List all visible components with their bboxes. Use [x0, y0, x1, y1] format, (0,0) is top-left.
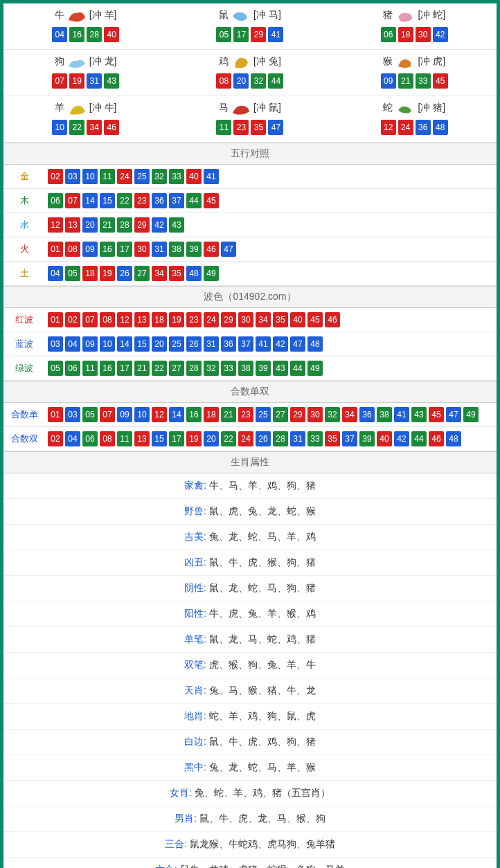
number-ball: 35	[169, 266, 184, 281]
number-ball: 19	[169, 312, 184, 327]
attr-row: 白边: 鼠、牛、虎、鸡、狗、猪	[3, 730, 497, 755]
number-ball: 03	[65, 407, 80, 422]
number-ball: 26	[186, 336, 202, 352]
number-ball: 18	[398, 27, 413, 42]
number-ball: 13	[65, 217, 80, 233]
number-ball: 31	[290, 431, 305, 446]
zodiac-nums: 12243648	[332, 120, 497, 135]
number-ball: 43	[273, 361, 288, 376]
number-ball: 23	[238, 407, 253, 422]
number-ball: 36	[359, 407, 375, 422]
zodiac-title: 鼠[冲 马]	[168, 8, 332, 23]
row-label: 合数双	[3, 427, 45, 451]
attr-key: 野兽:	[184, 505, 206, 516]
zodiac-nums: 11233547	[168, 120, 332, 135]
row-label: 水	[3, 213, 45, 237]
number-ball: 49	[463, 407, 479, 422]
table-row: 红波0102070812131819232429303435404546	[3, 308, 497, 332]
number-ball: 42	[433, 27, 448, 42]
attr-value: 牛、马、羊、鸡、狗、猪	[209, 480, 316, 491]
number-ball: 27	[273, 407, 288, 422]
number-ball: 07	[82, 312, 98, 327]
number-ball: 01	[48, 242, 63, 257]
zodiac-icon	[395, 8, 415, 23]
attr-row: 野兽: 鼠、虎、兔、龙、蛇、猴	[3, 499, 497, 525]
number-ball: 14	[169, 407, 184, 422]
number-ball: 47	[290, 336, 305, 352]
number-ball: 11	[100, 169, 115, 184]
number-ball: 04	[48, 266, 63, 281]
number-ball: 22	[69, 120, 84, 135]
number-ball: 25	[256, 407, 271, 422]
number-ball: 15	[134, 336, 150, 352]
number-ball: 27	[169, 361, 184, 376]
attr-key: 白边:	[184, 736, 206, 747]
row-label: 绿波	[3, 356, 45, 380]
row-label: 木	[3, 189, 45, 213]
number-ball: 06	[82, 431, 98, 446]
number-ball: 33	[307, 431, 323, 446]
attr-key: 阴性:	[184, 582, 206, 593]
number-ball: 42	[273, 336, 288, 352]
zodiac-icon	[395, 54, 415, 69]
attr-value: 牛、虎、兔、羊、猴、鸡	[209, 608, 316, 619]
number-ball: 10	[52, 120, 67, 135]
number-ball: 30	[134, 242, 150, 257]
number-ball: 24	[204, 312, 219, 327]
number-ball: 32	[325, 407, 340, 422]
attr-key: 双笔:	[184, 659, 206, 670]
number-ball: 43	[104, 73, 119, 89]
row-label: 金	[3, 165, 45, 188]
number-ball: 37	[238, 336, 253, 352]
number-ball: 08	[100, 312, 115, 327]
number-ball: 08	[65, 242, 80, 257]
attr-key: 凶丑:	[184, 557, 206, 568]
number-ball: 21	[100, 217, 115, 233]
number-ball: 37	[342, 431, 357, 446]
number-ball: 37	[169, 193, 184, 208]
number-ball: 13	[134, 431, 150, 446]
table-row: 合数单0103050709101214161821232527293032343…	[3, 403, 497, 427]
attr-value: 鼠龙猴、牛蛇鸡、虎马狗、兔羊猪	[190, 838, 335, 849]
attr-value: 鼠、牛、虎、龙、马、猴、狗	[199, 813, 325, 824]
zodiac-icon	[231, 8, 251, 23]
row-values: 04051819262734354849	[45, 262, 497, 285]
number-ball: 01	[48, 407, 63, 422]
number-ball: 45	[307, 312, 323, 327]
number-ball: 28	[87, 27, 102, 42]
number-ball: 05	[216, 27, 231, 42]
number-ball: 13	[134, 312, 150, 327]
number-ball: 43	[169, 217, 184, 233]
zodiac-clash: [冲 猪]	[418, 102, 445, 114]
number-ball: 10	[134, 407, 150, 422]
number-ball: 34	[256, 312, 271, 327]
number-ball: 49	[204, 266, 219, 281]
table-row: 土04051819262734354849	[3, 262, 497, 286]
number-ball: 23	[134, 193, 150, 208]
number-ball: 30	[238, 312, 253, 327]
number-ball: 40	[186, 169, 202, 184]
attr-key: 吉美:	[184, 531, 206, 542]
attr-key: 男肖:	[175, 813, 197, 824]
number-ball: 39	[359, 431, 375, 446]
attr-key: 女肖:	[170, 787, 192, 798]
number-ball: 06	[381, 27, 396, 42]
number-ball: 47	[221, 242, 236, 257]
zodiac-nums: 07193143	[3, 73, 168, 89]
number-ball: 22	[221, 431, 236, 446]
number-ball: 30	[416, 27, 431, 42]
zodiac-name: 牛	[55, 9, 64, 21]
zodiac-nums: 08203244	[168, 73, 332, 89]
number-ball: 23	[233, 120, 249, 135]
number-ball: 39	[186, 242, 202, 257]
row-label: 合数单	[3, 403, 45, 426]
number-ball: 47	[446, 407, 461, 422]
number-ball: 46	[325, 312, 340, 327]
number-ball: 16	[186, 407, 202, 422]
attrs-list: 家禽: 牛、马、羊、鸡、狗、猪野兽: 鼠、虎、兔、龙、蛇、猴吉美: 兔、龙、蛇、…	[3, 473, 497, 868]
number-ball: 04	[65, 431, 80, 446]
zodiac-nums: 06183042	[332, 27, 497, 42]
attr-value: 鼠、牛、虎、鸡、狗、猪	[209, 736, 316, 747]
number-ball: 45	[433, 73, 448, 89]
number-ball: 07	[100, 407, 115, 422]
